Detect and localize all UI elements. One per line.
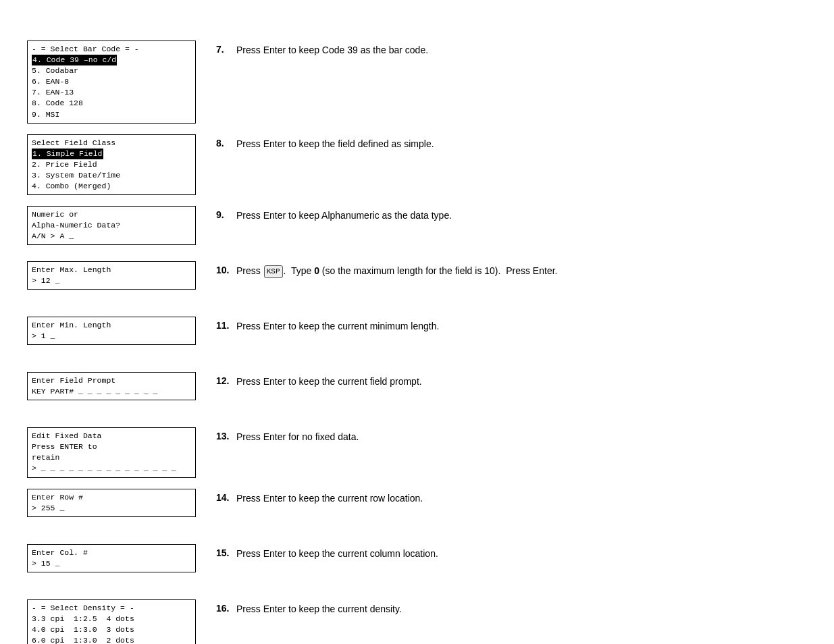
step-15: 15. Press Enter to keep the current colu… (196, 544, 807, 589)
line-highlight: 4. Code 39 –no c/d (32, 55, 191, 65)
line: Enter Max. Length (32, 265, 191, 275)
line: Press ENTER to (32, 441, 191, 452)
step-16: 16. Press Enter to keep the current dens… (196, 599, 807, 644)
line: > _ _ _ _ _ _ _ _ _ _ _ _ _ _ _ (32, 463, 191, 474)
screen-box-datatype: Numeric or Alpha-Numeric Data? A/N > A _ (27, 206, 196, 245)
step-number-11: 11. (216, 319, 236, 331)
step-12: 12. Press Enter to keep the current fiel… (196, 372, 807, 417)
step-item-14: 14. Press Enter to keep the current row … (216, 491, 807, 518)
line: Enter Row # (32, 492, 191, 503)
step-item-16: 16. Press Enter to keep the current dens… (216, 602, 807, 629)
line: retain (32, 452, 191, 463)
line: 3.3 cpi 1:2.5 4 dots (32, 614, 191, 624)
step-text-12: Press Enter to keep the current field pr… (236, 375, 807, 389)
step-text-10: Press KSP. Type 0 (so the maximum length… (236, 264, 807, 278)
line: 9. MSI (32, 109, 191, 120)
step-9: 9. Press Enter to keep Alphanumeric as t… (196, 206, 807, 250)
row-9: Enter Col. # > 15 _ 15. Press Enter to k… (27, 544, 807, 589)
step-number-15: 15. (216, 547, 236, 558)
screen-box-fieldclass: Select Field Class 1. Simple Field 2. Pr… (27, 134, 196, 195)
row-2: Select Field Class 1. Simple Field 2. Pr… (27, 134, 807, 195)
row-5: Enter Min. Length > 1 _ 11. Press Enter … (27, 317, 807, 361)
screen-maxlength: Enter Max. Length > 12 _ (27, 261, 196, 290)
step-7: 7. Press Enter to keep Code 39 as the ba… (196, 41, 807, 85)
step-number-7: 7. (216, 43, 236, 55)
step-text-8: Press Enter to keep the field defined as… (236, 137, 807, 151)
line: Select Field Class (32, 138, 191, 149)
line: 7. EAN-13 (32, 87, 191, 98)
step-number-12: 12. (216, 375, 236, 386)
step-item-9: 9. Press Enter to keep Alphanumeric as t… (216, 209, 807, 236)
step-text-14: Press Enter to keep the current row loca… (236, 491, 807, 506)
screen-box-density: - = Select Density = - 3.3 cpi 1:2.5 4 d… (27, 599, 196, 645)
line: 4.0 cpi 1:3.0 3 dots (32, 624, 191, 635)
screen-box-fixeddata: Edit Fixed Data Press ENTER to retain > … (27, 427, 196, 477)
screen-density: - = Select Density = - 3.3 cpi 1:2.5 4 d… (27, 599, 196, 645)
screen-box-rownum: Enter Row # > 255 _ (27, 489, 196, 517)
step-11: 11. Press Enter to keep the current mini… (196, 317, 807, 361)
screen-minlength: Enter Min. Length > 1 _ (27, 317, 196, 345)
step-8: 8. Press Enter to keep the field defined… (196, 134, 807, 179)
step-item-15: 15. Press Enter to keep the current colu… (216, 547, 807, 574)
line: Numeric or (32, 209, 191, 220)
step-text-13: Press Enter for no fixed data. (236, 430, 807, 444)
line: 4. Combo (Merged) (32, 181, 191, 192)
line: Edit Fixed Data (32, 431, 191, 441)
screen-box-maxlength: Enter Max. Length > 12 _ (27, 261, 196, 290)
step-number-14: 14. (216, 491, 236, 503)
row-6: Enter Field Prompt KEY PART# _ _ _ _ _ _… (27, 372, 807, 417)
step-text-15: Press Enter to keep the current column l… (236, 547, 807, 561)
row-3: Numeric or Alpha-Numeric Data? A/N > A _… (27, 206, 807, 250)
screen-box-barcode: - = Select Bar Code = - 4. Code 39 –no c… (27, 41, 196, 124)
step-10: 10. Press KSP. Type 0 (so the maximum le… (196, 261, 807, 306)
step-text-16: Press Enter to keep the current density. (236, 602, 807, 616)
row-10: - = Select Density = - 3.3 cpi 1:2.5 4 d… (27, 599, 807, 645)
step-number-16: 16. (216, 602, 236, 614)
step-text-7: Press Enter to keep Code 39 as the bar c… (236, 43, 807, 57)
screen-rownum: Enter Row # > 255 _ (27, 489, 196, 517)
line: - = Select Bar Code = - (32, 44, 191, 55)
screen-datatype: Numeric or Alpha-Numeric Data? A/N > A _ (27, 206, 196, 245)
step-number-10: 10. (216, 264, 236, 275)
screen-barcode: - = Select Bar Code = - 4. Code 39 –no c… (27, 41, 196, 124)
line: 5. Codabar (32, 65, 191, 76)
line: - = Select Density = - (32, 603, 191, 614)
line: Enter Col. # (32, 547, 191, 558)
line: 3. System Date/Time (32, 170, 191, 181)
row-4: Enter Max. Length > 12 _ 10. Press KSP. … (27, 261, 807, 306)
step-item-8: 8. Press Enter to keep the field defined… (216, 137, 807, 164)
line: > 12 _ (32, 275, 191, 286)
step-text-11: Press Enter to keep the current minimum … (236, 319, 807, 333)
step-14: 14. Press Enter to keep the current row … (196, 489, 807, 533)
screen-box-fieldprompt: Enter Field Prompt KEY PART# _ _ _ _ _ _… (27, 372, 196, 400)
line: A/N > A _ (32, 231, 191, 242)
page-container: - = Select Bar Code = - 4. Code 39 –no c… (0, 0, 834, 644)
screen-fixeddata: Edit Fixed Data Press ENTER to retain > … (27, 427, 196, 477)
line: 6.0 cpi 1:3.0 2 dots (32, 635, 191, 644)
line: Alpha-Numeric Data? (32, 220, 191, 231)
step-number-13: 13. (216, 430, 236, 441)
ksp-key-icon: KSP (264, 265, 283, 278)
step-text-9: Press Enter to keep Alphanumeric as the … (236, 209, 807, 223)
line: > 255 _ (32, 503, 191, 514)
line-highlight: 1. Simple Field (32, 149, 191, 159)
line: Enter Field Prompt (32, 375, 191, 386)
line: 6. EAN-8 (32, 76, 191, 87)
screen-fieldclass: Select Field Class 1. Simple Field 2. Pr… (27, 134, 196, 195)
line: > 1 _ (32, 331, 191, 342)
line: Enter Min. Length (32, 320, 191, 331)
screen-box-minlength: Enter Min. Length > 1 _ (27, 317, 196, 345)
step-item-13: 13. Press Enter for no fixed data. (216, 430, 807, 457)
line: 2. Price Field (32, 159, 191, 170)
screen-box-colnum: Enter Col. # > 15 _ (27, 544, 196, 572)
step-item-7: 7. Press Enter to keep Code 39 as the ba… (216, 43, 807, 70)
step-item-11: 11. Press Enter to keep the current mini… (216, 319, 807, 346)
step-number-8: 8. (216, 137, 236, 149)
step-item-10: 10. Press KSP. Type 0 (so the maximum le… (216, 264, 807, 291)
row-7: Edit Fixed Data Press ENTER to retain > … (27, 427, 807, 477)
line: KEY PART# _ _ _ _ _ _ _ _ _ (32, 386, 191, 397)
row-8: Enter Row # > 255 _ 14. Press Enter to k… (27, 489, 807, 533)
screen-fieldprompt: Enter Field Prompt KEY PART# _ _ _ _ _ _… (27, 372, 196, 400)
line: > 15 _ (32, 558, 191, 569)
step-number-9: 9. (216, 209, 236, 220)
